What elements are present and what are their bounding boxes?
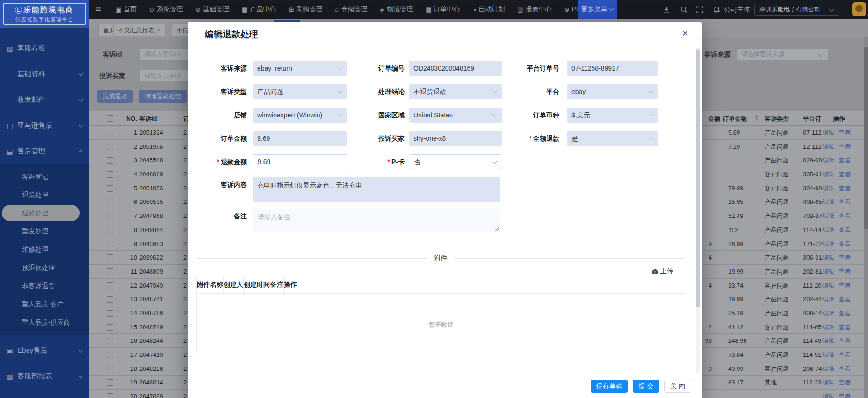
row-checkbox[interactable]: [107, 254, 113, 261]
row-checkbox[interactable]: [107, 379, 113, 386]
view-link[interactable]: 查看: [839, 320, 851, 334]
edit-link[interactable]: 编辑: [822, 140, 834, 154]
row-checkbox[interactable]: [107, 171, 113, 178]
row-checkbox[interactable]: [107, 366, 113, 372]
row-checkbox[interactable]: [107, 241, 113, 247]
sidebar-group-item[interactable]: ▤ 亚马逊售后: [0, 113, 89, 138]
view-link[interactable]: 查看: [839, 209, 851, 223]
field-pcard-select[interactable]: 否: [409, 154, 502, 169]
row-checkbox[interactable]: [107, 268, 113, 275]
row-checkbox[interactable]: [107, 324, 113, 331]
edit-link[interactable]: 编辑: [822, 237, 834, 251]
edit-link[interactable]: 编辑: [822, 334, 834, 348]
sidebar-submenu-item[interactable]: 重大品质-供应商: [0, 313, 89, 332]
row-checkbox[interactable]: [107, 282, 113, 289]
view-link[interactable]: 查看: [839, 306, 851, 320]
edit-link[interactable]: 编辑: [822, 167, 834, 181]
top-nav-item[interactable]: ⊙ 系统管理: [149, 5, 183, 14]
sidebar-submenu-item[interactable]: 客诉登记: [0, 167, 89, 186]
close-icon[interactable]: ×: [157, 27, 161, 34]
page-scrollbar-thumb[interactable]: [864, 47, 868, 229]
row-checkbox[interactable]: [107, 227, 113, 233]
submit-button[interactable]: 提 交: [633, 380, 659, 393]
view-link[interactable]: 查看: [839, 153, 851, 167]
edit-link[interactable]: 编辑: [822, 320, 834, 334]
view-link[interactable]: 查看: [839, 223, 851, 237]
view-link[interactable]: 查看: [839, 279, 851, 293]
download-icon[interactable]: [663, 6, 671, 14]
edit-link[interactable]: 编辑: [822, 223, 834, 237]
edit-link[interactable]: 编辑: [822, 265, 834, 279]
to-prerefund-button[interactable]: 转预退款处理: [139, 90, 187, 103]
edit-link[interactable]: 编辑: [822, 362, 834, 376]
close-button[interactable]: 关 闭: [664, 380, 691, 393]
view-link[interactable]: 查看: [839, 376, 851, 390]
view-link[interactable]: 查看: [839, 126, 851, 140]
upload-button[interactable]: 上传: [651, 267, 673, 275]
top-nav-item[interactable]: ⌂ 仓储管理: [335, 5, 367, 14]
top-nav-item[interactable]: ▣ 首页: [116, 5, 137, 14]
select-all-checkbox[interactable]: [107, 115, 113, 122]
company-select[interactable]: 深圳乐能电子有限公司: [754, 3, 839, 16]
edit-link[interactable]: 编辑: [822, 195, 834, 209]
sidebar-group-item[interactable]: ▤ 售后管理: [0, 138, 89, 164]
view-link[interactable]: 查看: [839, 334, 851, 348]
view-link[interactable]: 查看: [839, 167, 851, 181]
row-checkbox[interactable]: [107, 130, 113, 136]
view-link[interactable]: 查看: [839, 237, 851, 251]
edit-link[interactable]: 编辑: [822, 126, 834, 140]
row-checkbox[interactable]: [107, 393, 113, 398]
bell-icon[interactable]: [713, 6, 721, 14]
row-checkbox[interactable]: [107, 185, 113, 192]
edit-link[interactable]: 编辑: [822, 390, 834, 398]
view-link[interactable]: 查看: [839, 292, 851, 306]
sidebar-submenu-item[interactable]: 预退款处理: [0, 259, 89, 277]
close-icon[interactable]: ×: [682, 28, 688, 39]
row-checkbox[interactable]: [107, 144, 113, 150]
edit-link[interactable]: 编辑: [822, 348, 834, 362]
edit-link[interactable]: 编辑: [822, 279, 834, 293]
sidebar-group-item[interactable]: 收发邮件: [0, 87, 89, 113]
filter-source-select[interactable]: 请选择客诉来源: [737, 48, 829, 60]
sidebar-submenu-item[interactable]: 维修处理: [0, 240, 89, 259]
edit-link[interactable]: 编辑: [822, 181, 834, 195]
field-remark-textarea[interactable]: 请输入备注: [253, 209, 500, 232]
top-nav-item[interactable]: ▦ 产品中心: [242, 5, 276, 14]
edit-link[interactable]: 编辑: [822, 376, 834, 390]
view-link[interactable]: 查看: [839, 348, 851, 362]
row-checkbox[interactable]: [107, 338, 113, 344]
row-checkbox[interactable]: [107, 157, 113, 164]
view-link[interactable]: 查看: [839, 195, 851, 209]
menu-collapse-icon[interactable]: ≡: [95, 4, 101, 14]
row-checkbox[interactable]: [107, 213, 113, 219]
save-draft-button[interactable]: 保存草稿: [591, 380, 628, 393]
row-checkbox[interactable]: [107, 352, 113, 358]
view-link[interactable]: 查看: [839, 390, 851, 398]
sidebar-submenu-item[interactable]: 退货处理: [0, 186, 89, 204]
top-nav-item[interactable]: ◈ 物流管理: [380, 5, 413, 14]
view-link[interactable]: 查看: [839, 251, 851, 265]
edit-link[interactable]: 编辑: [822, 209, 834, 223]
top-nav-item[interactable]: ▤ 订单中心: [426, 5, 460, 14]
search-icon[interactable]: [680, 6, 688, 14]
row-checkbox[interactable]: [107, 296, 113, 303]
modal-scrollbar-thumb[interactable]: [696, 49, 700, 307]
field-refund-amount-input[interactable]: 9.69: [253, 154, 347, 169]
view-link[interactable]: 查看: [839, 181, 851, 195]
view-link[interactable]: 查看: [839, 362, 851, 376]
fullscreen-icon[interactable]: [696, 6, 704, 14]
top-nav-item[interactable]: ▥ 报表中心: [517, 5, 551, 14]
sidebar-group-item[interactable]: ▧ 客服看板: [0, 36, 89, 61]
edit-link[interactable]: 编辑: [822, 292, 834, 306]
sidebar-submenu-item[interactable]: 退款处理: [0, 204, 89, 222]
view-link[interactable]: 查看: [839, 265, 851, 279]
top-nav-item[interactable]: ⊛ 基础管理: [195, 5, 229, 14]
more-menu-button[interactable]: 更多菜单: [578, 0, 617, 19]
sidebar-submenu-item[interactable]: 重发处理: [0, 222, 89, 240]
user-avatar[interactable]: [852, 2, 866, 16]
row-checkbox[interactable]: [107, 199, 113, 205]
top-nav-item[interactable]: ⊞ 采购管理: [289, 5, 322, 14]
finish-refund-button[interactable]: 完成退款: [97, 90, 133, 103]
view-link[interactable]: 查看: [839, 140, 851, 154]
sort-icon[interactable]: [755, 115, 759, 120]
